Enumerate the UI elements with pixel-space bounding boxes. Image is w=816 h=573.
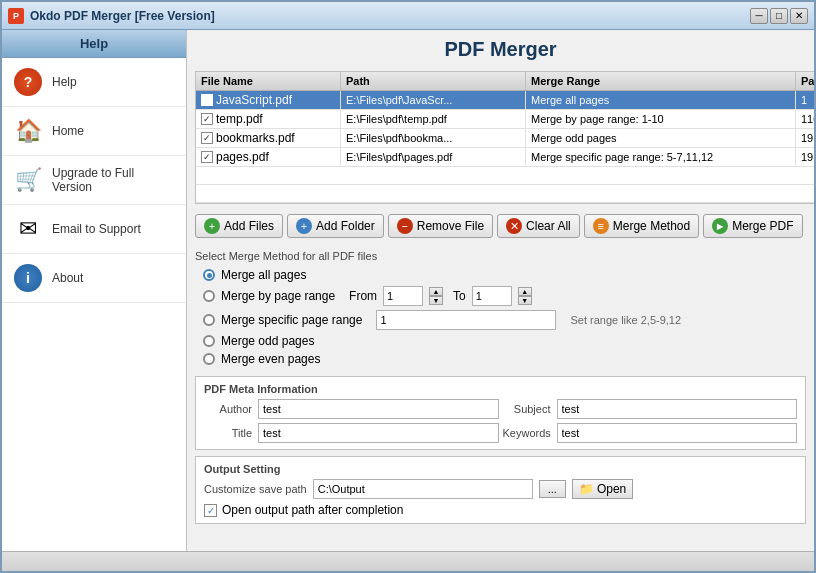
from-spinner: ▲ ▼ [429,287,443,305]
author-input[interactable] [258,399,499,419]
minimize-button[interactable]: ─ [750,8,768,24]
open-button[interactable]: 📁 Open [572,479,633,499]
app-icon: P [8,8,24,24]
save-path-input[interactable] [313,479,533,499]
radio-row-specific: Merge specific page range Set range like… [203,310,798,330]
radio-all[interactable] [203,269,215,281]
radio-group: Merge all pages Merge by page range From… [195,264,806,370]
row-checkbox-0[interactable] [201,94,213,106]
status-bar [2,551,814,571]
table-row-empty [196,185,814,203]
meta-row-title: Title [204,423,499,443]
open-after-label: Open output path after completion [222,503,403,517]
about-icon: i [14,264,42,292]
sidebar-label-email: Email to Support [52,222,141,236]
toolbar: + Add Files + Add Folder − Remove File ✕… [195,210,806,242]
title-input[interactable] [258,423,499,443]
cell-range-3: Merge specific page range: 5-7,11,12 [526,148,796,166]
cell-count-0: 1 [796,91,814,109]
add-folder-button[interactable]: + Add Folder [287,214,384,238]
row-checkbox-1[interactable] [201,113,213,125]
table-row[interactable]: JavaScript.pdf E:\Files\pdf\JavaScr... M… [196,91,814,110]
email-icon: ✉ [19,216,37,242]
radio-odd[interactable] [203,335,215,347]
to-spin-up[interactable]: ▲ [518,287,532,296]
sidebar-label-help: Help [52,75,77,89]
to-spin-down[interactable]: ▼ [518,296,532,305]
keywords-input[interactable] [557,423,798,443]
sidebar-header: Help [2,30,186,58]
subject-label: Subject [503,403,551,415]
radio-row-range: Merge by page range From ▲ ▼ To ▲ ▼ [203,286,798,306]
clear-all-icon: ✕ [506,218,522,234]
col-range: Merge Range [526,72,796,90]
remove-file-button[interactable]: − Remove File [388,214,493,238]
cell-filename-2: bookmarks.pdf [196,129,341,147]
from-spin-up[interactable]: ▲ [429,287,443,296]
row-checkbox-2[interactable] [201,132,213,144]
row-checkbox-3[interactable] [201,151,213,163]
checkbox-row: ✓ Open output path after completion [204,503,797,517]
table-wrapper: File Name Path Merge Range Page Count St… [195,71,814,204]
to-spinner: ▲ ▼ [518,287,532,305]
col-filename: File Name [196,72,341,90]
meta-row-subject: Subject [503,399,798,419]
merge-method-button[interactable]: ≡ Merge Method [584,214,699,238]
open-folder-icon: 📁 [579,482,594,496]
sidebar-item-home[interactable]: 🏠 Home [2,107,186,156]
cell-path-2: E:\Files\pdf\bookma... [341,129,526,147]
from-spin-down[interactable]: ▼ [429,296,443,305]
table-row-empty [196,167,814,185]
sidebar-item-about[interactable]: i About [2,254,186,303]
merge-pdf-button[interactable]: ► Merge PDF [703,214,802,238]
sidebar-item-help[interactable]: ? Help [2,58,186,107]
cell-path-1: E:\Files\pdf\temp.pdf [341,110,526,128]
radio-even[interactable] [203,353,215,365]
meta-grid: Author Subject Title Keywords [204,399,797,443]
table-row[interactable]: pages.pdf E:\Files\pdf\pages.pdf Merge s… [196,148,814,167]
maximize-button[interactable]: □ [770,8,788,24]
title-controls: ─ □ ✕ [750,8,808,24]
merge-method-icon: ≡ [593,218,609,234]
browse-button[interactable]: ... [539,480,566,498]
radio-even-label: Merge even pages [221,352,320,366]
to-input[interactable] [472,286,512,306]
remove-file-icon: − [397,218,413,234]
table-row[interactable]: bookmarks.pdf E:\Files\pdf\bookma... Mer… [196,129,814,148]
meta-row-author: Author [204,399,499,419]
specific-range-input[interactable] [376,310,556,330]
output-section: Output Setting Customize save path ... 📁… [195,456,806,524]
title-bar: P Okdo PDF Merger [Free Version] ─ □ ✕ [2,2,814,30]
table-header: File Name Path Merge Range Page Count St… [196,72,814,91]
merge-method-label: Select Merge Method for all PDF files [195,250,806,262]
keywords-label: Keywords [503,427,551,439]
open-after-checkbox[interactable]: ✓ [204,504,217,517]
meta-row-keywords: Keywords [503,423,798,443]
clear-all-button[interactable]: ✕ Clear All [497,214,580,238]
radio-range[interactable] [203,290,215,302]
close-button[interactable]: ✕ [790,8,808,24]
sidebar-item-upgrade[interactable]: 🛒 Upgrade to Full Version [2,156,186,205]
main-window: P Okdo PDF Merger [Free Version] ─ □ ✕ H… [0,0,816,573]
radio-odd-label: Merge odd pages [221,334,314,348]
sidebar-label-home: Home [52,124,84,138]
sidebar-label-upgrade: Upgrade to Full Version [52,166,176,194]
from-input[interactable] [383,286,423,306]
table-row[interactable]: temp.pdf E:\Files\pdf\temp.pdf Merge by … [196,110,814,129]
title-label: Title [204,427,252,439]
main-content: PDF Merger File Name Path Merge Range Pa… [187,30,814,551]
main-layout: Help ? Help 🏠 Home 🛒 Upgrade to Fu [2,30,814,551]
cell-path-3: E:\Files\pdf\pages.pdf [341,148,526,166]
table-area: File Name Path Merge Range Page Count St… [195,71,806,204]
title-bar-left: P Okdo PDF Merger [Free Version] [8,8,215,24]
help-icon: ? [14,68,42,96]
cell-path-0: E:\Files\pdf\JavaScr... [341,91,526,109]
radio-all-label: Merge all pages [221,268,306,282]
cell-range-0: Merge all pages [526,91,796,109]
author-label: Author [204,403,252,415]
sidebar-item-email[interactable]: ✉ Email to Support [2,205,186,254]
upgrade-icon: 🛒 [15,167,42,193]
add-files-button[interactable]: + Add Files [195,214,283,238]
subject-input[interactable] [557,399,798,419]
radio-specific[interactable] [203,314,215,326]
